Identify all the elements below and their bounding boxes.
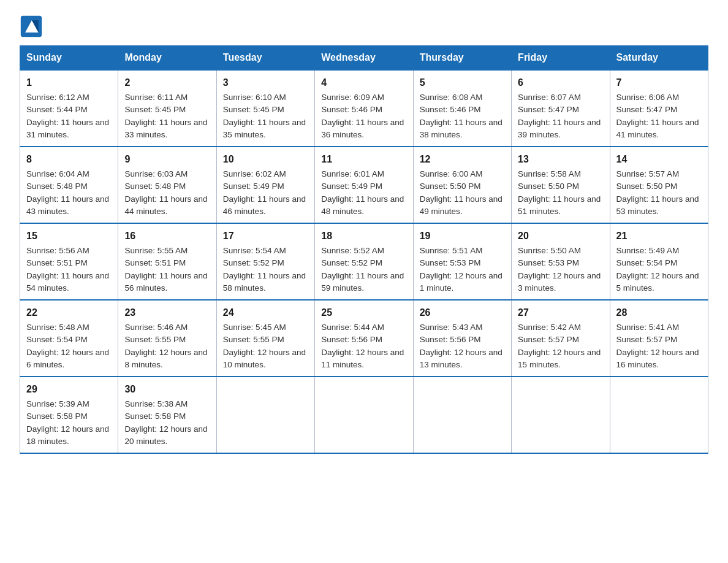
calendar-cell: 26 Sunrise: 5:43 AM Sunset: 5:56 PM Dayl…	[413, 300, 511, 377]
sunset-info: Sunset: 5:46 PM	[420, 105, 481, 114]
sunrise-info: Sunrise: 5:55 AM	[124, 246, 188, 255]
sunrise-info: Sunrise: 5:52 AM	[321, 246, 384, 255]
sunrise-info: Sunrise: 5:38 AM	[124, 399, 188, 408]
calendar-week-1: 1 Sunrise: 6:12 AM Sunset: 5:44 PM Dayli…	[20, 70, 708, 147]
calendar-cell: 10 Sunrise: 6:02 AM Sunset: 5:49 PM Dayl…	[216, 147, 314, 223]
sunrise-info: Sunrise: 5:51 AM	[420, 246, 483, 255]
sunset-info: Sunset: 5:51 PM	[124, 258, 186, 267]
calendar-cell: 7 Sunrise: 6:06 AM Sunset: 5:47 PM Dayli…	[610, 70, 708, 147]
daylight-info: Daylight: 12 hours and 6 minutes.	[26, 348, 109, 369]
day-number: 29	[26, 382, 112, 397]
sunrise-info: Sunrise: 5:48 AM	[26, 323, 89, 332]
sunset-info: Sunset: 5:57 PM	[616, 335, 678, 344]
sunset-info: Sunset: 5:49 PM	[223, 182, 284, 191]
sunrise-info: Sunrise: 6:09 AM	[321, 93, 384, 102]
sunset-info: Sunset: 5:47 PM	[616, 105, 678, 114]
sunrise-info: Sunrise: 5:41 AM	[616, 323, 680, 332]
sunset-info: Sunset: 5:48 PM	[124, 182, 186, 191]
daylight-info: Daylight: 12 hours and 13 minutes.	[420, 348, 502, 369]
daylight-info: Daylight: 11 hours and 41 minutes.	[616, 118, 699, 139]
calendar-cell: 13 Sunrise: 5:58 AM Sunset: 5:50 PM Dayl…	[512, 147, 610, 223]
calendar-cell: 11 Sunrise: 6:01 AM Sunset: 5:49 PM Dayl…	[315, 147, 413, 223]
calendar-cell: 4 Sunrise: 6:09 AM Sunset: 5:46 PM Dayli…	[315, 70, 413, 147]
calendar-cell	[315, 377, 413, 453]
day-number: 9	[124, 152, 210, 167]
daylight-info: Daylight: 11 hours and 31 minutes.	[26, 118, 109, 139]
day-number: 19	[420, 229, 505, 243]
sunset-info: Sunset: 5:52 PM	[223, 258, 284, 267]
sunrise-info: Sunrise: 6:11 AM	[124, 93, 188, 102]
sunrise-info: Sunrise: 6:00 AM	[420, 169, 483, 178]
calendar-cell: 17 Sunrise: 5:54 AM Sunset: 5:52 PM Dayl…	[216, 223, 314, 300]
daylight-info: Daylight: 11 hours and 56 minutes.	[124, 271, 207, 293]
sunrise-info: Sunrise: 6:06 AM	[616, 93, 680, 102]
day-number: 16	[124, 229, 210, 243]
sunset-info: Sunset: 5:50 PM	[616, 182, 678, 191]
day-number: 20	[518, 229, 603, 243]
day-number: 7	[616, 75, 702, 90]
day-header-sunday: Sunday	[20, 46, 118, 71]
daylight-info: Daylight: 11 hours and 35 minutes.	[223, 118, 306, 139]
calendar-week-4: 22 Sunrise: 5:48 AM Sunset: 5:54 PM Dayl…	[20, 300, 708, 377]
calendar-cell: 15 Sunrise: 5:56 AM Sunset: 5:51 PM Dayl…	[20, 223, 118, 300]
sunset-info: Sunset: 5:46 PM	[321, 105, 382, 114]
daylight-info: Daylight: 12 hours and 20 minutes.	[124, 424, 207, 446]
sunrise-info: Sunrise: 6:07 AM	[518, 93, 581, 102]
daylight-info: Daylight: 11 hours and 49 minutes.	[420, 194, 502, 216]
sunset-info: Sunset: 5:53 PM	[420, 258, 481, 267]
day-header-saturday: Saturday	[610, 46, 708, 71]
day-header-wednesday: Wednesday	[315, 46, 413, 71]
calendar-table: SundayMondayTuesdayWednesdayThursdayFrid…	[20, 45, 708, 454]
calendar-cell: 30 Sunrise: 5:38 AM Sunset: 5:58 PM Dayl…	[118, 377, 216, 453]
day-header-tuesday: Tuesday	[216, 46, 314, 71]
sunrise-info: Sunrise: 5:50 AM	[518, 246, 581, 255]
daylight-info: Daylight: 11 hours and 53 minutes.	[616, 194, 699, 216]
sunset-info: Sunset: 5:58 PM	[124, 412, 186, 421]
calendar-cell: 2 Sunrise: 6:11 AM Sunset: 5:45 PM Dayli…	[118, 70, 216, 147]
day-number: 23	[124, 305, 210, 320]
daylight-info: Daylight: 12 hours and 16 minutes.	[616, 348, 699, 369]
calendar-cell: 20 Sunrise: 5:50 AM Sunset: 5:53 PM Dayl…	[512, 223, 610, 300]
daylight-info: Daylight: 11 hours and 59 minutes.	[321, 271, 404, 293]
sunrise-info: Sunrise: 6:10 AM	[223, 93, 286, 102]
sunset-info: Sunset: 5:57 PM	[518, 335, 579, 344]
calendar-cell: 21 Sunrise: 5:49 AM Sunset: 5:54 PM Dayl…	[610, 223, 708, 300]
calendar-cell: 23 Sunrise: 5:46 AM Sunset: 5:55 PM Dayl…	[118, 300, 216, 377]
daylight-info: Daylight: 12 hours and 3 minutes.	[518, 271, 601, 293]
sunset-info: Sunset: 5:54 PM	[26, 335, 88, 344]
calendar-cell: 29 Sunrise: 5:39 AM Sunset: 5:58 PM Dayl…	[20, 377, 118, 453]
day-number: 4	[321, 75, 406, 90]
daylight-info: Daylight: 12 hours and 18 minutes.	[26, 424, 109, 446]
day-number: 25	[321, 305, 406, 320]
sunset-info: Sunset: 5:48 PM	[26, 182, 88, 191]
sunset-info: Sunset: 5:45 PM	[124, 105, 186, 114]
calendar-cell: 14 Sunrise: 5:57 AM Sunset: 5:50 PM Dayl…	[610, 147, 708, 223]
sunset-info: Sunset: 5:54 PM	[616, 258, 678, 267]
calendar-cell: 9 Sunrise: 6:03 AM Sunset: 5:48 PM Dayli…	[118, 147, 216, 223]
daylight-info: Daylight: 12 hours and 5 minutes.	[616, 271, 699, 293]
sunset-info: Sunset: 5:49 PM	[321, 182, 382, 191]
day-number: 13	[518, 152, 603, 167]
daylight-info: Daylight: 11 hours and 33 minutes.	[124, 118, 207, 139]
day-number: 10	[223, 152, 308, 167]
day-number: 1	[26, 75, 112, 90]
daylight-info: Daylight: 11 hours and 48 minutes.	[321, 194, 404, 216]
daylight-info: Daylight: 11 hours and 36 minutes.	[321, 118, 404, 139]
daylight-info: Daylight: 11 hours and 58 minutes.	[223, 271, 306, 293]
sunrise-info: Sunrise: 5:49 AM	[616, 246, 680, 255]
sunrise-info: Sunrise: 6:12 AM	[26, 93, 89, 102]
calendar-cell: 22 Sunrise: 5:48 AM Sunset: 5:54 PM Dayl…	[20, 300, 118, 377]
daylight-info: Daylight: 12 hours and 15 minutes.	[518, 348, 601, 369]
day-number: 28	[616, 305, 702, 320]
sunset-info: Sunset: 5:52 PM	[321, 258, 382, 267]
day-number: 22	[26, 305, 112, 320]
day-number: 14	[616, 152, 702, 167]
calendar-cell: 28 Sunrise: 5:41 AM Sunset: 5:57 PM Dayl…	[610, 300, 708, 377]
day-number: 18	[321, 229, 406, 243]
sunset-info: Sunset: 5:44 PM	[26, 105, 88, 114]
day-number: 26	[420, 305, 505, 320]
daylight-info: Daylight: 11 hours and 46 minutes.	[223, 194, 306, 216]
day-header-thursday: Thursday	[413, 46, 511, 71]
calendar-cell: 16 Sunrise: 5:55 AM Sunset: 5:51 PM Dayl…	[118, 223, 216, 300]
sunset-info: Sunset: 5:50 PM	[518, 182, 579, 191]
